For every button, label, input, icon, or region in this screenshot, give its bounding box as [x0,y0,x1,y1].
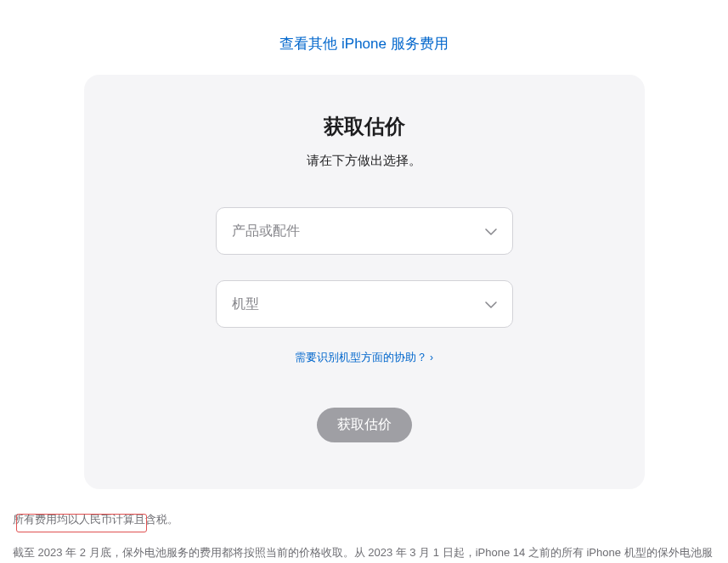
product-select[interactable]: 产品或配件 [216,207,513,255]
identify-model-help-link[interactable]: 需要识别机型方面的协助？› [295,351,433,363]
model-select-placeholder: 机型 [232,296,259,313]
help-link-label: 需要识别机型方面的协助？ [295,351,427,363]
other-services-link[interactable]: 查看其他 iPhone 服务费用 [279,36,448,52]
footnote-tax: 所有费用均以人民币计算且含税。 [13,510,720,529]
get-estimate-button[interactable]: 获取估价 [317,408,412,442]
card-subtitle: 请在下方做出选择。 [135,153,594,169]
chevron-down-icon [485,296,497,312]
estimate-card: 获取估价 请在下方做出选择。 产品或配件 机型 需要识别机型方面的协助？› [84,75,645,489]
product-select-placeholder: 产品或配件 [232,222,300,240]
model-select[interactable]: 机型 [216,280,513,328]
chevron-right-icon: › [430,352,433,363]
model-select-wrapper: 机型 [216,280,513,328]
product-select-wrapper: 产品或配件 [216,207,513,255]
card-title: 获取估价 [135,113,594,140]
top-link-wrapper: 查看其他 iPhone 服务费用 [8,34,720,53]
footnote-price-increase: 截至 2023 年 2 月底，保外电池服务的费用都将按照当前的价格收取。从 20… [13,542,720,563]
chevron-down-icon [485,223,497,239]
help-link-wrapper: 需要识别机型方面的协助？› [135,349,594,365]
